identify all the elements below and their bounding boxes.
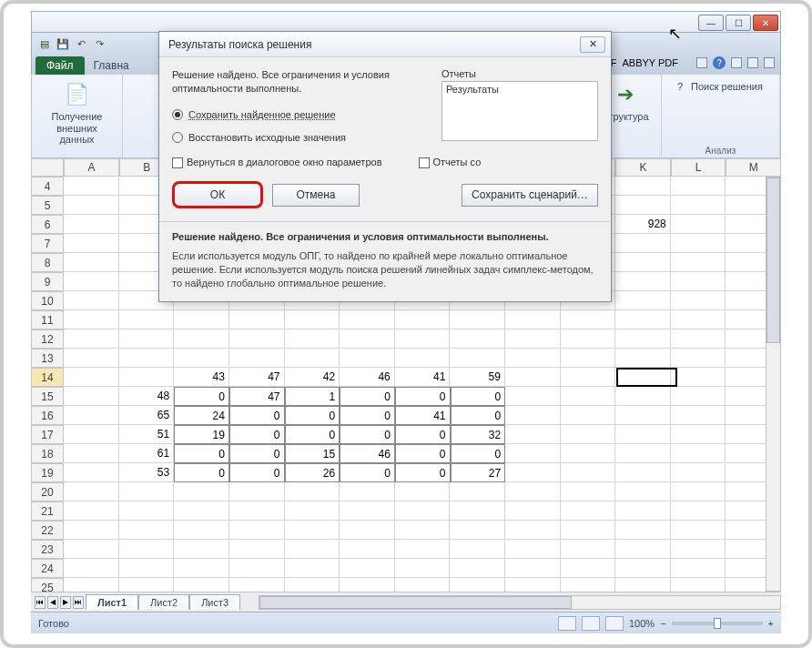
cell-J23[interactable]: [561, 540, 616, 559]
row-header-13[interactable]: 13: [31, 349, 64, 368]
cell-C19[interactable]: 0: [174, 463, 229, 482]
row-header-17[interactable]: 17: [31, 425, 64, 444]
cell-C11[interactable]: [174, 310, 229, 329]
cell-A8[interactable]: [64, 253, 119, 272]
cell-I13[interactable]: [505, 349, 561, 368]
cell-F19[interactable]: 0: [340, 463, 395, 482]
cell-C24[interactable]: [174, 559, 229, 578]
tab-abbyy-pdf[interactable]: ABBYY PDF: [622, 57, 678, 68]
sheet-nav-first[interactable]: ⏮: [35, 596, 46, 609]
redo-icon[interactable]: ↷: [92, 36, 107, 51]
undo-icon[interactable]: ↶: [74, 36, 88, 51]
sheet-tab-1[interactable]: Лист1: [86, 594, 138, 610]
cell-C16[interactable]: 24: [174, 406, 229, 425]
cell-L12[interactable]: [671, 329, 726, 349]
cell-H21[interactable]: [450, 501, 505, 521]
cell-E12[interactable]: [285, 329, 340, 349]
cell-J20[interactable]: [561, 482, 616, 501]
cell-C17[interactable]: 19: [174, 425, 229, 444]
cell-E13[interactable]: [285, 349, 340, 368]
window-close-icon[interactable]: [764, 57, 775, 68]
cell-G15[interactable]: 0: [395, 387, 451, 406]
cell-E18[interactable]: 15: [285, 444, 340, 463]
cell-H24[interactable]: [450, 559, 505, 578]
cell-K7[interactable]: [615, 234, 671, 253]
radio-keep-solution[interactable]: Сохранить найденное решение: [172, 108, 427, 122]
vertical-scrollbar[interactable]: [766, 177, 781, 592]
cell-G14[interactable]: 41: [395, 368, 451, 387]
cell-K23[interactable]: [615, 540, 671, 559]
cell-L18[interactable]: [671, 444, 726, 463]
cell-H23[interactable]: [450, 540, 505, 559]
cell-K15[interactable]: [615, 387, 671, 406]
cell-J16[interactable]: [561, 406, 616, 425]
tab-home[interactable]: Главна: [86, 56, 137, 75]
cell-K10[interactable]: [615, 291, 671, 310]
cell-A4[interactable]: [64, 177, 119, 196]
cell-L17[interactable]: [671, 425, 726, 444]
cell-B22[interactable]: [119, 521, 175, 540]
cell-A21[interactable]: [64, 501, 119, 521]
cell-B23[interactable]: [119, 540, 175, 559]
cell-H19[interactable]: 27: [451, 463, 506, 482]
maximize-button[interactable]: ☐: [726, 15, 751, 31]
sheet-tab-2[interactable]: Лист2: [138, 594, 189, 610]
cell-K16[interactable]: [615, 406, 671, 425]
row-header-15[interactable]: 15: [31, 387, 64, 406]
row-header-9[interactable]: 9: [31, 272, 64, 291]
cell-F20[interactable]: [340, 482, 395, 501]
cell-I21[interactable]: [505, 501, 561, 521]
cell-A7[interactable]: [64, 234, 119, 253]
cell-L21[interactable]: [671, 501, 726, 521]
cell-I17[interactable]: [505, 425, 561, 444]
cell-J12[interactable]: [561, 329, 616, 349]
cell-C15[interactable]: 0: [174, 387, 229, 406]
cell-J11[interactable]: [561, 310, 616, 329]
cell-K20[interactable]: [615, 482, 671, 501]
cell-L13[interactable]: [671, 349, 726, 368]
cell-I19[interactable]: [505, 463, 561, 482]
cell-C23[interactable]: [174, 540, 229, 559]
cell-F16[interactable]: 0: [340, 406, 395, 425]
row-header-10[interactable]: 10: [31, 291, 64, 310]
cell-K13[interactable]: [615, 349, 671, 368]
cell-D15[interactable]: 47: [229, 387, 285, 406]
cell-L11[interactable]: [671, 310, 726, 329]
minimize-ribbon-icon[interactable]: [696, 57, 707, 68]
row-header-21[interactable]: 21: [31, 501, 64, 521]
cell-A9[interactable]: [64, 272, 119, 291]
cell-D24[interactable]: [229, 559, 285, 578]
dialog-titlebar[interactable]: Результаты поиска решения ✕: [159, 32, 611, 57]
cell-D18[interactable]: 0: [229, 444, 285, 463]
cell-G13[interactable]: [395, 349, 451, 368]
save-scenario-button[interactable]: Сохранить сценарий…: [462, 184, 598, 207]
row-header-4[interactable]: 4: [31, 177, 64, 196]
cell-G16[interactable]: 41: [395, 406, 451, 425]
cell-K21[interactable]: [615, 501, 671, 521]
cell-E23[interactable]: [285, 540, 340, 559]
view-page-break-button[interactable]: [605, 616, 624, 631]
cell-B20[interactable]: [119, 482, 175, 501]
cell-D14[interactable]: 47: [229, 368, 285, 387]
cell-L7[interactable]: [671, 234, 726, 253]
cell-E19[interactable]: 26: [285, 463, 340, 482]
zoom-in-button[interactable]: +: [768, 618, 774, 629]
cell-A19[interactable]: [64, 463, 119, 482]
window-min-icon[interactable]: [731, 57, 742, 68]
view-normal-button[interactable]: [558, 616, 576, 631]
cell-L24[interactable]: [671, 559, 726, 578]
cell-D17[interactable]: 0: [229, 425, 285, 444]
cancel-button[interactable]: Отмена: [272, 184, 360, 207]
cell-A16[interactable]: [64, 406, 119, 425]
cell-A22[interactable]: [64, 521, 119, 540]
cell-B14[interactable]: [119, 368, 175, 387]
cell-K14[interactable]: [615, 368, 671, 387]
cell-L8[interactable]: [671, 253, 726, 272]
cell-E16[interactable]: 0: [285, 406, 340, 425]
cell-J21[interactable]: [561, 501, 616, 521]
window-restore-icon[interactable]: [747, 57, 758, 68]
cell-E17[interactable]: 0: [285, 425, 340, 444]
cell-L6[interactable]: [671, 215, 726, 234]
cell-L19[interactable]: [671, 463, 726, 482]
cell-H15[interactable]: 0: [451, 387, 506, 406]
